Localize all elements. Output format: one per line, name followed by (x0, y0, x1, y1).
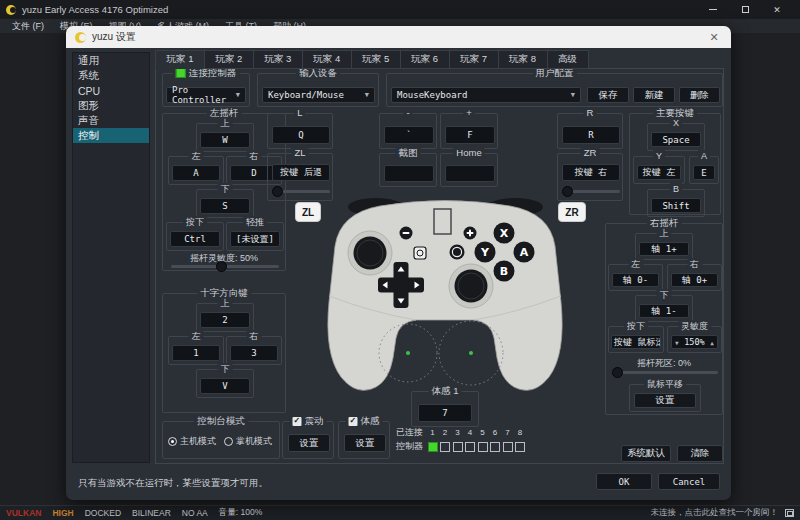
profile-save-button[interactable]: 保存 (587, 87, 629, 103)
system-defaults-button[interactable]: 系统默认 (621, 445, 671, 462)
cancel-button[interactable]: Cancel (658, 473, 720, 490)
tab-advanced[interactable]: 高级 (547, 50, 589, 69)
mouse-pan-settings-button[interactable]: 设置 (634, 393, 696, 408)
profile-new-button[interactable]: 新建 (633, 87, 675, 103)
b-map-button[interactable]: Shift (651, 198, 701, 213)
dpad-up-button[interactable]: 2 (200, 312, 250, 328)
tab-player-2[interactable]: 玩家 2 (204, 50, 254, 69)
left-stick-modifier-button[interactable]: [未设置] (230, 231, 280, 247)
status-gpu-accuracy[interactable]: HIGH (52, 508, 73, 518)
tab-player-4[interactable]: 玩家 4 (302, 50, 352, 69)
right-stick-group: 右摇杆 上 轴 1+ 左 轴 0- 右 轴 0+ 下 轴 1- (605, 223, 723, 415)
spin-up-icon[interactable]: ▲ (710, 339, 714, 346)
left-stick-down-button[interactable]: S (200, 198, 250, 214)
deadzone-slider[interactable] (612, 367, 718, 378)
controller-7-checkbox[interactable] (503, 442, 513, 452)
spin-down-icon[interactable]: ▼ (675, 339, 679, 346)
maximize-icon[interactable] (734, 3, 756, 17)
right-stick-up-button[interactable]: 轴 1+ (639, 242, 689, 256)
status-network[interactable]: 未连接，点击此处查找一个房间！ (651, 507, 779, 519)
status-antialias[interactable]: NO AA (182, 508, 208, 518)
sidebar-item-audio[interactable]: 声音 (73, 113, 149, 128)
fullscreen-icon[interactable] (785, 509, 794, 517)
slider-handle[interactable] (272, 186, 283, 197)
a-map-button[interactable]: E (693, 165, 715, 180)
controller-6-checkbox[interactable] (490, 442, 500, 452)
dialog-close-icon[interactable]: ✕ (706, 31, 722, 44)
vibration-settings-button[interactable]: 设置 (288, 434, 330, 452)
slider-handle[interactable] (612, 367, 623, 378)
controller-4-checkbox[interactable] (465, 442, 475, 452)
tab-player-7[interactable]: 玩家 7 (449, 50, 499, 69)
sidebar-item-general[interactable]: 通用 (73, 53, 149, 68)
status-volume[interactable]: 音量: 100% (219, 507, 262, 519)
stick-range-slider[interactable] (171, 261, 279, 272)
sidebar-item-controls[interactable]: 控制 (73, 128, 149, 143)
l-map-button[interactable]: Q (272, 126, 330, 144)
sidebar-item-system[interactable]: 系统 (73, 68, 149, 83)
controller-1-checkbox[interactable] (428, 442, 438, 452)
slider-handle[interactable] (216, 261, 227, 272)
sidebar-item-graphics[interactable]: 图形 (73, 98, 149, 113)
dpad-down-button[interactable]: V (200, 378, 250, 394)
tab-player-3[interactable]: 玩家 3 (253, 50, 303, 69)
left-stick-pressed-button[interactable]: Ctrl (170, 231, 220, 247)
right-stick-left-button[interactable]: 轴 0- (612, 273, 659, 287)
minus-map-button[interactable]: ` (384, 126, 434, 144)
diagram-a-button: A (520, 246, 529, 259)
connect-controller-checkbox[interactable] (176, 68, 186, 78)
tab-player-1[interactable]: 玩家 1 (155, 50, 205, 69)
menu-file[interactable]: 文件 (F) (4, 19, 52, 33)
range-spinbox[interactable]: ▼ 150% ▲ (671, 335, 718, 349)
home-map-button[interactable] (445, 165, 495, 182)
minimize-icon[interactable] (702, 3, 724, 17)
plus-map-button[interactable]: F (445, 126, 495, 144)
zr-map-button[interactable]: 按键 右 (562, 164, 620, 181)
zl-map-button[interactable]: 按键 后退 (272, 164, 330, 181)
controller-type-select[interactable]: Pro Controller ▼ (166, 87, 246, 103)
zl-threshold-slider[interactable] (272, 186, 330, 197)
left-stick-left-button[interactable]: A (172, 165, 220, 181)
close-icon[interactable]: ✕ (766, 3, 788, 17)
motion-checkbox[interactable] (349, 417, 358, 426)
tab-player-8[interactable]: 玩家 8 (498, 50, 548, 69)
right-stick-pressed-button[interactable]: 按键 鼠标滚轮 (611, 335, 661, 349)
diagram-y-button: Y (480, 246, 490, 259)
profile-select[interactable]: MouseKeyboard ▼ (391, 87, 581, 103)
zr-threshold-slider[interactable] (562, 186, 620, 197)
status-backend[interactable]: VULKAN (6, 508, 41, 518)
profile-delete-button[interactable]: 删除 (679, 87, 720, 103)
right-stick-right-button[interactable]: 轴 0+ (671, 273, 718, 287)
input-device-select[interactable]: Keyboard/Mouse ▼ (262, 87, 375, 103)
motion1-map-button[interactable]: 7 (418, 404, 472, 422)
dpad-right-button[interactable]: 3 (230, 345, 278, 361)
plus-button-group: + F (440, 113, 498, 149)
slider-handle[interactable] (562, 186, 573, 197)
dpad-left-button[interactable]: 1 (172, 345, 220, 361)
left-stick-up-button[interactable]: W (200, 132, 250, 148)
controller-3-checkbox[interactable] (453, 442, 463, 452)
controller-8-checkbox[interactable] (515, 442, 525, 452)
handheld-mode-label: 掌机模式 (236, 435, 272, 448)
motion-settings-button[interactable]: 设置 (344, 434, 386, 452)
docked-mode-radio[interactable]: 主机模式 (168, 435, 216, 448)
x-map-button[interactable]: Space (651, 132, 701, 147)
vibration-checkbox[interactable] (293, 417, 302, 426)
status-dock-mode[interactable]: DOCKED (85, 508, 121, 518)
r-map-button[interactable]: R (562, 126, 620, 144)
sidebar-item-cpu[interactable]: CPU (73, 83, 149, 98)
status-filter[interactable]: BILINEAR (132, 508, 171, 518)
tab-player-6[interactable]: 玩家 6 (400, 50, 450, 69)
controller-2-checkbox[interactable] (440, 442, 450, 452)
tab-player-5[interactable]: 玩家 5 (351, 50, 401, 69)
handheld-mode-radio[interactable]: 掌机模式 (224, 435, 272, 448)
b-label: B (670, 183, 682, 195)
ok-button[interactable]: OK (596, 473, 652, 490)
right-stick-down-button[interactable]: 轴 1- (639, 304, 689, 318)
clear-button[interactable]: 清除 (677, 445, 723, 462)
y-map-button[interactable]: 按键 左 (637, 165, 681, 180)
right-label: 右 (687, 258, 702, 270)
controller-5-checkbox[interactable] (478, 442, 488, 452)
capture-map-button[interactable] (384, 165, 434, 182)
input-device-value: Keyboard/Mouse (268, 90, 344, 100)
